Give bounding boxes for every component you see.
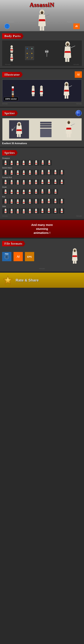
svg-rect-15 xyxy=(12,52,13,53)
sprite-frame xyxy=(33,170,39,175)
svg-point-118 xyxy=(54,208,56,210)
sprite-frame xyxy=(21,198,27,204)
color-swatches xyxy=(12,84,14,98)
svg-point-66 xyxy=(23,160,25,162)
rate-section[interactable]: Rate & Share xyxy=(0,273,84,288)
svg-point-108 xyxy=(54,199,56,200)
sprite-row-frames-5 xyxy=(2,208,82,214)
eps-icon-svg: EPS xyxy=(25,252,34,261)
sprite-frame xyxy=(9,179,14,185)
illustrator-section: Illustrator Ai xyxy=(0,69,84,107)
sprite-frame xyxy=(52,179,58,185)
sprite-frame xyxy=(40,170,46,175)
sprite-frame xyxy=(58,198,64,204)
svg-point-111 xyxy=(11,209,13,210)
svg-point-119 xyxy=(61,208,63,210)
bp-head: 👤 xyxy=(25,46,29,51)
file-formats-section: File formats PNG Ai xyxy=(0,239,84,272)
illus-wm2: #envato xyxy=(76,103,82,104)
bp-leg-r: 🦵 xyxy=(30,56,34,60)
rate-share-text: Rate & Share xyxy=(16,278,39,282)
svg-point-85 xyxy=(29,180,31,182)
svg-point-88 xyxy=(48,180,50,181)
sprite-frame xyxy=(52,170,58,175)
sprite-frame xyxy=(15,179,21,185)
body-parts-grid: 👤 🎽 💪 💪 🦵 🦵 #envato #en xyxy=(2,40,82,66)
sprite-frame xyxy=(33,179,39,185)
svg-point-6 xyxy=(41,11,43,14)
sprite-frame xyxy=(15,170,21,175)
svg-point-103 xyxy=(23,199,25,201)
sprite-row-label-5: Slide xyxy=(2,206,82,208)
ai-file-format-icon: Ai xyxy=(14,252,23,261)
svg-line-26 xyxy=(70,46,75,48)
sprite-frame xyxy=(52,198,58,204)
svg-point-68 xyxy=(35,160,37,162)
illustrator-header: Illustrator Ai xyxy=(2,71,82,78)
sprite-frame xyxy=(40,208,46,214)
axe-weapon xyxy=(44,49,50,58)
svg-point-131 xyxy=(74,250,76,252)
sprite-frame xyxy=(2,160,8,166)
sprite-frame xyxy=(21,160,27,166)
svg-point-89 xyxy=(54,180,56,181)
svg-point-107 xyxy=(48,199,50,200)
many-more-text: And many more stunning animations ! xyxy=(3,223,81,235)
sprite-row-4: Run xyxy=(2,196,82,204)
spriter-header: Spriter xyxy=(2,110,82,116)
svg-point-106 xyxy=(42,199,43,200)
svg-point-81 xyxy=(5,180,7,182)
svg-point-74 xyxy=(23,170,25,172)
sprite-frame xyxy=(2,208,8,214)
illustrator-screenshot: 100% vector xyxy=(2,80,82,102)
svg-rect-3 xyxy=(42,26,44,30)
vector-badge: 100% vector xyxy=(4,97,18,101)
svg-point-99 xyxy=(55,189,56,191)
divider-5 xyxy=(0,238,84,238)
svg-point-64 xyxy=(11,160,13,162)
illus-watermarks: #envato #envato xyxy=(2,103,82,104)
sprite-frame xyxy=(27,198,33,204)
svg-point-79 xyxy=(54,170,56,172)
sprites-header: Sprites xyxy=(2,150,82,156)
sprite-frame xyxy=(2,198,8,204)
sprite-row-frames-3 xyxy=(2,189,82,195)
sprite-frame xyxy=(52,189,58,195)
sprite-frame xyxy=(27,160,33,166)
svg-rect-14 xyxy=(11,52,12,53)
svg-marker-132 xyxy=(4,276,12,284)
header-character xyxy=(33,8,51,31)
swatch-red xyxy=(12,89,14,91)
sprite-row-label-2: Forward Roll xyxy=(2,176,82,178)
body-parts-icons: 👤 🎽 💪 💪 🦵 🦵 xyxy=(25,46,34,60)
many-more-section: And many more stunning animations ! xyxy=(0,220,84,238)
spriter-globe-icon xyxy=(75,110,82,116)
svg-line-42 xyxy=(69,86,72,87)
svg-point-113 xyxy=(23,209,25,211)
sprite-frame xyxy=(2,189,8,195)
svg-point-114 xyxy=(29,209,31,210)
sprite-frame xyxy=(27,208,33,214)
spriter-char-right xyxy=(63,119,75,140)
svg-point-87 xyxy=(42,180,43,181)
fileformat-char xyxy=(68,248,82,265)
file-formats-header: File formats xyxy=(2,241,82,246)
sprite-frame xyxy=(46,208,52,214)
svg-point-13 xyxy=(11,45,13,48)
svg-point-96 xyxy=(35,189,37,191)
sprite-row-label-0: Disappear xyxy=(2,157,82,159)
sprite-frame xyxy=(40,179,46,185)
spriter-caption: Exellent 35 Animations xyxy=(2,142,82,145)
svg-point-83 xyxy=(17,180,19,182)
svg-rect-57 xyxy=(67,133,68,137)
illustrator-inner: 100% vector xyxy=(3,80,81,102)
sprite-rows-container: Disappear xyxy=(2,157,82,214)
sprite-frame xyxy=(15,160,21,166)
sprite-frame xyxy=(27,189,33,195)
sprites-watermarks: #envato #envato xyxy=(2,215,82,217)
svg-rect-129 xyxy=(75,260,76,264)
svg-point-112 xyxy=(17,209,19,211)
spriter-label: Spriter xyxy=(2,110,18,116)
illus-char-large xyxy=(61,82,72,100)
svg-rect-2 xyxy=(40,26,42,30)
